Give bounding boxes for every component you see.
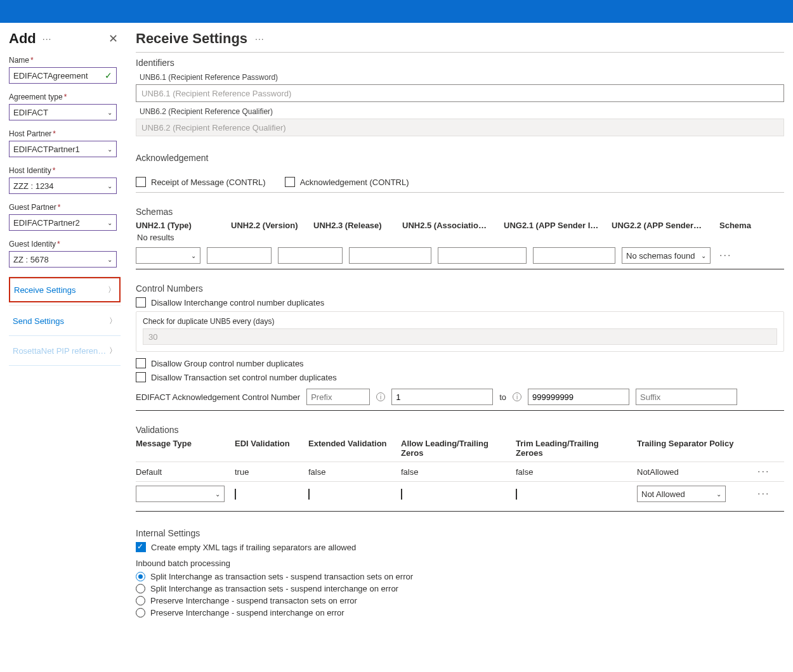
chevron-down-icon: ⌄ (107, 256, 112, 263)
top-bar (0, 0, 793, 23)
ack-title: Acknowledgement (136, 153, 784, 163)
chevron-down-icon: ⌄ (107, 146, 112, 153)
more-icon[interactable]: ··· (43, 34, 52, 44)
disallow-txn-cb[interactable] (136, 372, 146, 382)
nav-rosetta-label: RosettaNet PIP referen… (13, 346, 106, 356)
unb61-input[interactable] (136, 84, 784, 102)
lead-cb[interactable] (401, 489, 402, 500)
ack-contrl-checkbox[interactable] (285, 177, 295, 187)
ext-cb[interactable] (308, 489, 310, 500)
trim-cb[interactable] (516, 489, 517, 500)
chevron-down-icon: ⌄ (107, 109, 112, 116)
info-icon[interactable]: i (376, 392, 385, 401)
agreement-type-label: Agreement type* (9, 93, 121, 101)
col-ung21: UNG2.1 (APP Sender ID) (504, 221, 599, 230)
guest-partner-value: EDIFACTPartner2 (13, 218, 80, 228)
unh23-input[interactable] (278, 247, 343, 264)
close-icon[interactable]: ✕ (106, 32, 121, 46)
nav-receive-settings[interactable]: Receive Settings 〉 (9, 277, 121, 302)
guest-identity-select[interactable]: ZZ : 5678 ⌄ (9, 251, 117, 268)
vcol-policy: Trailing Separator Policy (637, 439, 745, 458)
ack-contrl-label: Acknowledgement (CONTRL) (300, 178, 409, 187)
unh22-input[interactable] (207, 247, 272, 264)
chevron-right-icon: 〉 (109, 346, 117, 356)
chevron-down-icon: ⌄ (716, 491, 721, 498)
vcol-msg-type: Message Type (136, 439, 225, 458)
name-value: EDIFACTAgreement (13, 71, 88, 81)
col-unh21: UNH2.1 (Type) (136, 221, 218, 230)
internal-title: Internal Settings (136, 528, 784, 538)
unb62-label: UNB6.2 (Recipient Reference Qualifier) (140, 107, 784, 116)
from-input[interactable] (391, 389, 493, 405)
chevron-down-icon: ⌄ (215, 491, 220, 498)
unh25-input[interactable] (349, 247, 431, 264)
row-more-icon[interactable]: ··· (755, 488, 772, 500)
ung21-input[interactable] (438, 247, 527, 264)
add-blade: Add ··· ✕ Name* EDIFACTAgreement ✓ Agree… (0, 23, 127, 645)
vrow-ext: false (308, 467, 391, 477)
page-title: Receive Settings (136, 30, 247, 47)
schema-select-value: No schemas found (626, 251, 695, 261)
chevron-down-icon: ⌄ (107, 219, 112, 226)
nav-receive-label: Receive Settings (14, 285, 76, 295)
name-label: Name* (9, 56, 121, 65)
batch-opt-3[interactable] (136, 608, 145, 617)
host-partner-value: EDIFACTPartner1 (13, 145, 80, 154)
suffix-input[interactable] (636, 389, 737, 405)
prefix-input[interactable] (306, 389, 370, 405)
agreement-type-value: EDIFACT (13, 108, 48, 117)
batch-opt-3-label: Preserve Interchange - suspend interchan… (150, 608, 344, 617)
disallow-group-cb[interactable] (136, 358, 146, 368)
unh21-select[interactable]: ⌄ (136, 247, 200, 264)
col-unh25: UNH2.5 (Association … (402, 221, 491, 230)
vrow-lead: false (401, 467, 506, 477)
batch-opt-0-label: Split Interchange as transaction sets - … (150, 572, 413, 581)
nav-send-settings[interactable]: Send Settings 〉 (9, 308, 121, 333)
disallow-interchange-cb[interactable] (136, 297, 146, 307)
receive-settings-blade: Receive Settings ··· Identifiers UNB6.1 … (127, 23, 793, 645)
ung22-input[interactable] (533, 247, 615, 264)
unb61-label: UNB6.1 (Recipient Reference Password) (140, 73, 784, 82)
receipt-checkbox[interactable] (136, 177, 146, 187)
batch-opt-1[interactable] (136, 584, 145, 593)
vrow-policy: NotAllowed (637, 467, 745, 477)
ack-ctrl-label: EDIFACT Acknowledgement Control Number (136, 392, 300, 402)
guest-partner-select[interactable]: EDIFACTPartner2 ⌄ (9, 214, 117, 231)
unb62-input (136, 119, 784, 136)
host-identity-select[interactable]: ZZZ : 1234 ⌄ (9, 178, 117, 194)
chevron-right-icon: 〉 (108, 285, 115, 295)
nav-send-label: Send Settings (13, 316, 64, 326)
guest-partner-label: Guest Partner* (9, 203, 121, 212)
batch-opt-2[interactable] (136, 596, 145, 605)
receipt-label: Receipt of Message (CONTRL) (151, 178, 266, 187)
dup-label: Check for duplicate UNB5 every (days) (143, 317, 777, 326)
edi-cb[interactable] (235, 489, 236, 500)
name-field[interactable]: EDIFACTAgreement ✓ (9, 67, 117, 84)
row-more-icon[interactable]: ··· (717, 250, 734, 261)
col-ung22: UNG2.2 (APP Sender… (612, 221, 707, 230)
row-more-icon[interactable]: ··· (755, 466, 772, 477)
batch-opt-0[interactable] (136, 572, 145, 581)
empty-xml-cb[interactable] (136, 542, 146, 552)
host-partner-select[interactable]: EDIFACTPartner1 ⌄ (9, 141, 117, 157)
no-results-text: No results (137, 233, 784, 242)
disallow-group-label: Disallow Group control number duplicates (151, 359, 304, 368)
guest-identity-value: ZZ : 5678 (13, 255, 49, 264)
nav-rosettanet[interactable]: RosettaNet PIP referen… 〉 (9, 338, 121, 363)
chevron-right-icon: 〉 (109, 316, 117, 326)
host-identity-label: Host Identity* (9, 166, 121, 175)
vcol-edi: EDI Validation (235, 439, 298, 458)
vrow-edi: true (235, 467, 298, 477)
vcol-lead: Allow Leading/Trailing Zeros (401, 439, 506, 458)
chevron-down-icon: ⌄ (191, 252, 196, 259)
more-icon[interactable]: ··· (255, 34, 265, 44)
schema-select[interactable]: No schemas found ⌄ (622, 247, 711, 264)
to-input[interactable] (528, 389, 629, 405)
dup-days-input (143, 328, 777, 345)
info-icon[interactable]: i (513, 392, 521, 401)
msg-type-select[interactable]: ⌄ (136, 486, 225, 502)
policy-select[interactable]: Not Allowed⌄ (637, 486, 726, 502)
agreement-type-select[interactable]: EDIFACT ⌄ (9, 104, 117, 120)
check-icon: ✓ (105, 70, 112, 81)
batch-opt-2-label: Preserve Interchange - suspend transacto… (150, 596, 357, 605)
